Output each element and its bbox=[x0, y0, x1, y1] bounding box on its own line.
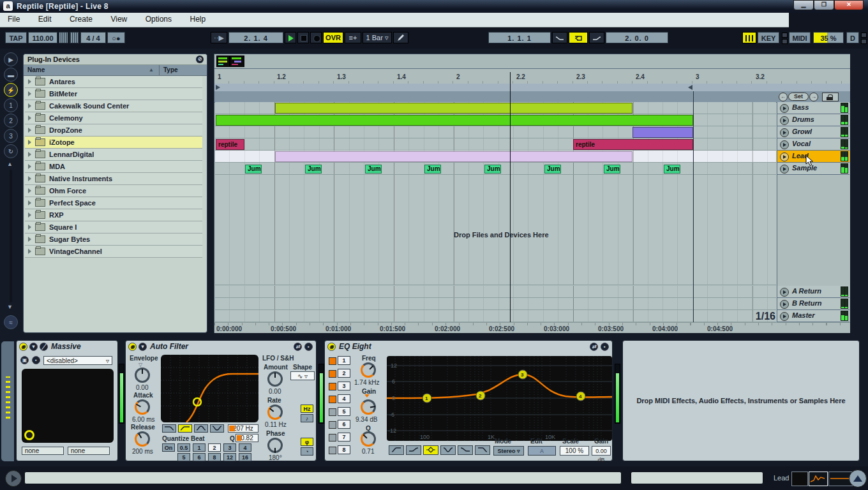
set-locator-button[interactable]: Set bbox=[788, 93, 809, 101]
menu-create[interactable]: Create bbox=[62, 13, 100, 26]
lane-empty-area[interactable]: Drop Files and Devices Here bbox=[215, 175, 776, 285]
next-locator-button[interactable]: → bbox=[809, 93, 818, 101]
browser-item-dropzone[interactable]: DropZone bbox=[25, 124, 202, 137]
hot-swap-icon[interactable]: ⇄ bbox=[294, 343, 302, 351]
band-6-button[interactable]: 6 bbox=[338, 420, 350, 429]
loop-lock-button[interactable] bbox=[822, 93, 839, 101]
browser-item-square-i[interactable]: Square I bbox=[25, 221, 202, 234]
browser-item-native-instruments[interactable]: Native Instruments bbox=[25, 173, 202, 185]
menu-file[interactable]: File bbox=[0, 13, 27, 26]
tap-tempo-button[interactable]: TAP bbox=[5, 32, 27, 43]
device-edit-wrench-icon[interactable]: ╱ bbox=[40, 343, 48, 351]
browser-item-bitmeter[interactable]: BitMeter bbox=[25, 88, 202, 100]
quantize-5-button[interactable]: 5 bbox=[177, 453, 190, 461]
loop-end-marker-icon[interactable] bbox=[688, 85, 692, 90]
browser-scrollbar[interactable] bbox=[10, 170, 12, 302]
lane-master[interactable] bbox=[215, 310, 776, 322]
device-view-tab[interactable] bbox=[1, 341, 14, 461]
eq-spectrum-display[interactable]: 1260-6-12 1001K10K 1 2 3 4 bbox=[387, 356, 612, 441]
browser-item-mda[interactable]: MDA bbox=[25, 161, 202, 173]
prev-locator-button[interactable]: ← bbox=[779, 93, 788, 101]
preset-selector[interactable]: <disabled>▿ bbox=[43, 356, 112, 365]
track-play-icon[interactable] bbox=[780, 140, 789, 149]
track-play-icon[interactable] bbox=[780, 104, 789, 113]
filter-q-field[interactable]: 0.82 bbox=[236, 434, 258, 442]
arrangement-overview[interactable] bbox=[214, 54, 850, 69]
browser-item-antares[interactable]: Antares bbox=[25, 76, 202, 88]
browser-item-perfect-space[interactable]: Perfect Space bbox=[25, 197, 202, 209]
track-play-icon[interactable] bbox=[780, 288, 789, 297]
menu-edit[interactable]: Edit bbox=[31, 13, 59, 26]
lfo-rate-hz-button[interactable]: Hz bbox=[301, 405, 313, 413]
hot-swap-browser-icon[interactable]: ↻ bbox=[4, 144, 18, 158]
browser-item-izotope-selected[interactable]: iZotope bbox=[25, 137, 202, 149]
lane-a-return[interactable] bbox=[215, 286, 776, 298]
preset-save-icon[interactable]: ▪ bbox=[32, 356, 40, 364]
filter-type-notch-button[interactable] bbox=[210, 424, 224, 433]
record-button[interactable] bbox=[310, 32, 322, 43]
filter-type-highpass-button[interactable] bbox=[178, 424, 192, 433]
hard-disk-overload-button[interactable]: D bbox=[846, 32, 859, 43]
punch-out-button[interactable] bbox=[589, 32, 604, 43]
track-header-drums[interactable]: Drums bbox=[777, 114, 849, 126]
computer-midi-keyboard-icon[interactable] bbox=[742, 32, 756, 43]
file-browser-1-icon[interactable]: 1 bbox=[4, 98, 18, 112]
info-view-toggle-icon[interactable] bbox=[5, 470, 22, 487]
device-power-icon[interactable]: ◉ bbox=[128, 343, 137, 351]
eq-edit-ab-button[interactable]: A bbox=[528, 446, 556, 456]
follow-button[interactable]: ··▶ bbox=[211, 32, 227, 43]
lfo-phase-phi-button[interactable]: φ bbox=[301, 438, 313, 446]
loop-length-field[interactable]: 2. 0. 0 bbox=[606, 32, 668, 43]
lfo-phase-knob[interactable] bbox=[267, 438, 283, 453]
show-hide-device-view-icon[interactable] bbox=[849, 470, 867, 487]
band-2-button[interactable]: 2 bbox=[338, 369, 350, 378]
clip-jump-8[interactable]: Jump bbox=[664, 165, 680, 174]
metronome-button[interactable]: ○● bbox=[107, 32, 125, 43]
track-play-icon[interactable] bbox=[780, 312, 789, 321]
file-browser-2-icon[interactable]: 2 bbox=[4, 114, 18, 128]
band-5-button[interactable]: 5 bbox=[338, 407, 350, 416]
band-7-button[interactable]: 7 bbox=[338, 433, 350, 442]
browser-scroll-down-icon[interactable]: ▼ bbox=[7, 304, 13, 310]
filter-freq-field[interactable]: 207 Hz bbox=[228, 424, 258, 433]
time-ruler[interactable]: 0:00:000 0:00:500 0:01:000 0:01:500 0:02… bbox=[214, 322, 850, 333]
quantize-on-button[interactable]: On bbox=[162, 443, 175, 452]
quantize-16-button[interactable]: 16 bbox=[239, 453, 251, 461]
release-knob[interactable] bbox=[135, 431, 150, 447]
massive-param-slot-2[interactable]: none bbox=[68, 447, 110, 455]
clip-vocal-reptile-2[interactable]: reptile bbox=[573, 139, 693, 150]
track-play-icon[interactable] bbox=[780, 300, 789, 309]
lfo-spin-button[interactable]: ◔ bbox=[301, 447, 313, 456]
band-3-color[interactable] bbox=[329, 383, 336, 390]
lfo-rate-sync-button[interactable]: ♪ bbox=[301, 414, 313, 422]
eq-type-highcut-button[interactable] bbox=[475, 445, 490, 455]
band-3-button[interactable]: 3 bbox=[338, 382, 350, 390]
save-preset-icon[interactable]: ▪ bbox=[601, 343, 609, 351]
clip-drums[interactable] bbox=[216, 115, 693, 126]
restore-button[interactable]: ❐ bbox=[814, 0, 834, 10]
minimize-button[interactable]: ▁ bbox=[793, 0, 814, 10]
quantize-8-button[interactable]: 8 bbox=[208, 453, 221, 461]
punch-in-button[interactable] bbox=[552, 32, 567, 43]
track-play-icon[interactable] bbox=[780, 152, 789, 161]
eq-type-lowcut-button[interactable] bbox=[389, 445, 404, 455]
track-play-icon[interactable] bbox=[780, 165, 789, 174]
menu-view[interactable]: View bbox=[103, 13, 135, 26]
column-name[interactable]: Name bbox=[24, 66, 45, 73]
nudge-up-button[interactable] bbox=[70, 32, 79, 43]
midi-map-button[interactable]: MIDI bbox=[789, 32, 811, 43]
band-1-button[interactable]: 1 bbox=[338, 356, 350, 365]
eq-mode-selector[interactable]: Stereo ▿ bbox=[493, 446, 524, 456]
eq-type-notch-button[interactable] bbox=[440, 445, 456, 455]
column-type[interactable]: Type bbox=[159, 65, 178, 75]
massive-plugin-display[interactable] bbox=[22, 369, 114, 443]
preset-folder-icon[interactable]: ▣ bbox=[20, 356, 29, 364]
menu-options[interactable]: Options bbox=[138, 13, 179, 26]
lfo-rate-knob[interactable] bbox=[267, 405, 283, 420]
eq-eight-title-bar[interactable]: ◉ EQ Eight ⇄ ▪ bbox=[325, 341, 612, 352]
save-preset-icon[interactable]: ▪ bbox=[304, 343, 313, 351]
filter-type-lowpass-button[interactable] bbox=[162, 424, 176, 433]
browser-scroll-up-icon[interactable]: ▲ bbox=[7, 161, 13, 167]
track-play-icon[interactable] bbox=[780, 116, 789, 125]
beat-time-ruler[interactable]: 1 1.2 1.3 1.4 2 2.2 2.3 2.4 3 3.2 bbox=[214, 72, 850, 84]
